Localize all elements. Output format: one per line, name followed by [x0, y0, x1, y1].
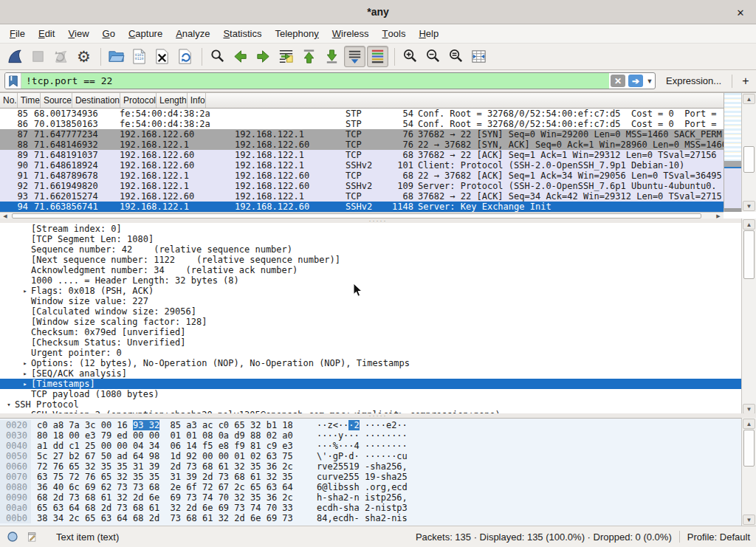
menu-item[interactable]: Edit: [32, 24, 61, 43]
packet-list-vscrollbar[interactable]: ▲ ▼: [741, 93, 756, 212]
expand-arrow-icon[interactable]: [19, 296, 31, 306]
hex-bytes[interactable]: 68 2d 73 68 61 32 2d 6e 69 73 74 70 32 3…: [37, 492, 299, 503]
packet-row[interactable]: 93 71.662015274 192.168.122.60 192.168.1…: [0, 191, 724, 202]
column-header[interactable]: Length: [157, 93, 188, 108]
filter-history-dropdown[interactable]: ▼: [645, 78, 655, 85]
expand-arrow-icon[interactable]: ▸: [19, 286, 31, 296]
scroll-up-arrow[interactable]: ▲: [743, 419, 755, 429]
hex-bytes[interactable]: 5c 27 b2 67 50 ad 64 98 1d 92 00 00 01 0…: [37, 451, 299, 461]
open-file-button[interactable]: [106, 46, 127, 67]
detail-line[interactable]: ▸Flags: 0x018 (PSH, ACK): [0, 286, 756, 296]
go-back-button[interactable]: [230, 46, 251, 67]
hex-row[interactable]: 0090 68 2d 73 68 61 32 2d 6e 69 73 74 70…: [0, 492, 756, 503]
menu-item[interactable]: Help: [412, 24, 445, 43]
restart-capture-button[interactable]: [50, 46, 72, 67]
packet-row[interactable]: 86 70.013850163 fe:54:00:d4:38:2a STP 54…: [0, 119, 724, 129]
hex-bytes[interactable]: 72 76 65 32 35 35 31 39 2d 73 68 61 32 3…: [37, 461, 299, 472]
detail-line[interactable]: [Window size scaling factor: 128]: [0, 317, 756, 327]
scroll-thumb[interactable]: [743, 146, 755, 173]
hex-bytes[interactable]: 63 75 72 76 65 32 35 35 31 39 2d 73 68 6…: [37, 472, 299, 482]
detail-line[interactable]: [Next sequence number: 1122 (relative se…: [0, 255, 756, 265]
detail-line[interactable]: Checksum: 0x79ed [unverified]: [0, 327, 756, 337]
packet-row[interactable]: 90 71.648618924 192.168.122.60 192.168.1…: [0, 160, 724, 171]
expand-arrow-icon[interactable]: [19, 389, 31, 399]
detail-line[interactable]: TCP payload (1080 bytes): [0, 389, 756, 399]
packet-row[interactable]: 85 68.001734936 fe:54:00:d4:38:2a STP 54…: [0, 109, 724, 119]
hex-bytes[interactable]: a1 dd c1 25 00 00 04 34 06 14 f5 e8 f9 8…: [37, 441, 299, 451]
expand-arrow-icon[interactable]: ▸: [19, 379, 31, 389]
go-to-packet-button[interactable]: [275, 46, 297, 67]
capture-options-button[interactable]: ⚙: [73, 46, 94, 67]
column-header[interactable]: Info: [188, 93, 206, 108]
expand-arrow-icon[interactable]: [19, 275, 31, 286]
expand-arrow-icon[interactable]: [19, 348, 31, 358]
menu-item[interactable]: View: [61, 24, 95, 43]
hex-bytes[interactable]: 36 40 6c 69 62 73 73 68 2e 6f 72 67 2c 6…: [37, 482, 299, 492]
display-filter-input[interactable]: [21, 73, 609, 89]
scroll-up-arrow[interactable]: ▲: [743, 219, 755, 230]
filter-apply-button[interactable]: ➔: [628, 75, 643, 87]
resize-columns-button[interactable]: [468, 46, 489, 67]
ascii-bytes[interactable]: \'·gP·d· ······cu: [317, 451, 408, 461]
detail-line[interactable]: [Stream index: 0]: [0, 224, 756, 234]
menu-item[interactable]: Analyze: [169, 24, 216, 43]
detail-line[interactable]: 1000 .... = Header Length: 32 bytes (8): [0, 275, 756, 286]
column-header[interactable]: Source: [41, 93, 72, 108]
scroll-thumb[interactable]: [743, 230, 755, 279]
detail-line[interactable]: [Calculated window size: 29056]: [0, 306, 756, 317]
menu-item[interactable]: Telephony: [268, 24, 325, 43]
go-to-bottom-button[interactable]: [321, 46, 343, 67]
zoom-100-button[interactable]: [445, 46, 467, 67]
hex-row[interactable]: 0050 5c 27 b2 67 50 ad 64 98 1d 92 00 00…: [0, 451, 756, 461]
expression-button[interactable]: Expression...: [666, 75, 721, 86]
menu-item[interactable]: Wireless: [326, 24, 376, 43]
packet-row[interactable]: 87 71.647777234 192.168.122.60 192.168.1…: [0, 129, 724, 140]
zoom-out-button[interactable]: [422, 46, 444, 67]
ascii-bytes[interactable]: curve255 19-sha25: [317, 472, 408, 482]
hex-row[interactable]: 0020 c0 a8 7a 3c 00 16 93 32 85 a3 ac c0…: [0, 420, 756, 430]
detail-line[interactable]: Urgent pointer: 0: [0, 348, 756, 358]
packet-row[interactable]: 91 71.648789678 192.168.122.1 192.168.12…: [0, 171, 724, 181]
zoom-in-button[interactable]: [399, 46, 421, 67]
menu-item[interactable]: Capture: [122, 24, 169, 43]
expand-arrow-icon[interactable]: ▸: [19, 358, 31, 368]
detail-line[interactable]: ▸[Timestamps]: [0, 379, 756, 389]
expand-arrow-icon[interactable]: [19, 234, 31, 244]
auto-scroll-button[interactable]: [344, 46, 365, 67]
ascii-bytes[interactable]: ····y··· ········: [317, 430, 408, 441]
packet-row[interactable]: 88 71.648146932 192.168.122.1 192.168.12…: [0, 140, 724, 150]
column-header[interactable]: Destination: [72, 93, 120, 108]
detail-line[interactable]: ▸Options: (12 bytes), No-Operation (NOP)…: [0, 358, 756, 368]
column-header[interactable]: Time: [18, 93, 41, 108]
add-filter-button[interactable]: +: [740, 75, 752, 88]
scroll-down-arrow[interactable]: ▼: [743, 515, 755, 525]
expand-arrow-icon[interactable]: [19, 327, 31, 337]
reload-file-button[interactable]: [174, 46, 196, 67]
detail-line[interactable]: ▾SSH Protocol: [0, 399, 756, 410]
ascii-bytes[interactable]: 6@libssh .org,ecd: [317, 482, 408, 492]
detail-line[interactable]: ▸[SEQ/ACK analysis]: [0, 368, 756, 379]
scroll-up-arrow[interactable]: ▲: [743, 94, 755, 104]
hex-row[interactable]: 00b0 38 34 2c 65 63 64 68 2d 73 68 61 32…: [0, 513, 756, 523]
hex-row[interactable]: 0030 80 18 00 e3 79 ed 00 00 01 01 08 0a…: [0, 430, 756, 441]
ascii-bytes[interactable]: ··z<···2 ····e2··: [317, 420, 408, 430]
hex-bytes[interactable]: 65 63 64 68 2d 73 68 61 32 2d 6e 69 73 7…: [37, 503, 299, 513]
ascii-bytes[interactable]: 84,ecdh- sha2-nis: [317, 513, 408, 523]
ascii-bytes[interactable]: ecdh-sha 2-nistp3: [317, 503, 408, 513]
packet-row[interactable]: 89 71.648191037 192.168.122.60 192.168.1…: [0, 150, 724, 160]
detail-line[interactable]: [TCP Segment Len: 1080]: [0, 234, 756, 244]
filter-bookmark-button[interactable]: [5, 73, 21, 89]
packet-row[interactable]: 92 71.661949820 192.168.122.1 192.168.12…: [0, 181, 724, 191]
filter-clear-button[interactable]: ✕: [611, 75, 625, 87]
expand-arrow-icon[interactable]: ▸: [19, 368, 31, 379]
hex-bytes[interactable]: 80 18 00 e3 79 ed 00 00 01 01 08 0a d9 8…: [37, 430, 299, 441]
expand-arrow-icon[interactable]: [19, 306, 31, 317]
ascii-bytes[interactable]: rve25519 -sha256,: [317, 461, 408, 472]
expand-arrow-icon[interactable]: [19, 244, 31, 255]
menu-item[interactable]: Tools: [376, 24, 413, 43]
menu-item[interactable]: Statistics: [216, 24, 268, 43]
save-file-button[interactable]: 01010110: [128, 46, 150, 67]
detail-line[interactable]: Sequence number: 42 (relative sequence n…: [0, 244, 756, 255]
stop-capture-button[interactable]: [27, 46, 49, 67]
detail-line[interactable]: [Checksum Status: Unverified]: [0, 337, 756, 348]
